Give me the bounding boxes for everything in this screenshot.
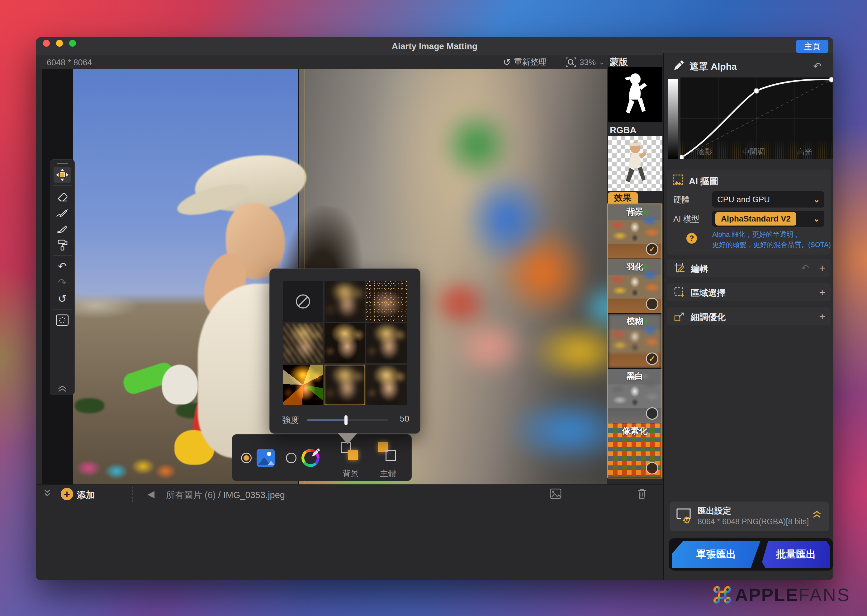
zoom-control[interactable]: 33% ⌄ [565,57,604,68]
brush-tool[interactable] [54,221,71,237]
preset-selected-blur[interactable] [325,365,365,405]
export-settings-title: 匯出設定 [698,505,731,517]
preset-crystallize[interactable] [283,365,323,405]
background-target-label: 背景 [332,468,369,479]
image-background-icon[interactable] [257,449,275,467]
effects-tab[interactable]: 效果 [608,192,638,203]
magnifier-icon [565,57,577,68]
pen-tool[interactable] [54,204,71,221]
ai-matting-card: AI 摳圖 硬體 CPU and GPU ⌄ AI 模型 AlphaStanda… [667,170,831,255]
refine-icon [674,311,685,322]
filmstrip: + 添加 ◀ 所有圖片 (6) / IMG_0353.jpeg + [36,484,663,580]
background-preset-popup: 強度 50 [270,269,421,434]
zoom-level: 33% [580,58,596,67]
preset-original[interactable] [325,323,365,363]
help-icon[interactable]: ? [686,233,697,244]
region-select-icon [674,287,685,298]
effect-pixelate[interactable]: 像素化 [608,423,662,478]
ai-model-label: AI 模型 [673,214,700,225]
effect-blur[interactable]: 模糊 ✓ [608,314,662,369]
mask-column: 蒙版 RGBA [608,55,663,484]
ai-model-select[interactable]: AlphaStandard V2 ⌄ [712,211,824,227]
strength-slider-handle[interactable] [344,415,348,425]
subject-target-button[interactable]: 主體 [369,442,407,476]
refresh-icon: ↺ [503,57,511,68]
reset-curve-icon[interactable]: ↶ [813,60,821,72]
effect-unchecked-badge[interactable] [646,462,658,475]
model-hint-text: Alpha 細化，更好的半透明， 更好的頭髮，更好的混合品質。(SOTA) [712,229,831,250]
preset-none[interactable] [283,281,323,322]
expand-edit-icon[interactable]: + [819,262,825,274]
effect-checked-badge[interactable]: ✓ [646,243,658,255]
effect-background[interactable]: 背景 ✓ [608,204,662,259]
roller-tool[interactable] [54,237,71,253]
strength-slider[interactable] [307,420,388,421]
app-window: Aiarty Image Matting 主頁 6048 * 8064 ↺ 重新… [36,37,833,580]
effect-checked-badge[interactable]: ✓ [646,352,658,365]
eyedropper-icon[interactable] [673,59,685,72]
back-arrow-icon[interactable]: ◀ [147,489,154,499]
effect-unchecked-badge[interactable] [646,407,658,420]
reset-button[interactable]: ↺ [54,291,71,307]
hardware-select[interactable]: CPU and GPU ⌄ [712,191,824,207]
export-buttons: 單張匯出 批量匯出 [668,538,833,570]
refresh-button[interactable]: ↺ 重新整理 [503,57,546,68]
add-image-button[interactable]: + [61,488,73,500]
tool-palette: ↶ ↷ ↺ [50,159,75,395]
collapse-palette-button[interactable] [54,382,71,395]
export-settings-card[interactable]: ⚙ 匯出設定 8064 * 6048 PNG(RGBA)[8 bits] [670,501,829,531]
home-button[interactable]: 主頁 [796,40,828,53]
canvas-toolbar: 6048 * 8064 ↺ 重新整理 33% ⌄ [36,55,663,69]
curve-midtones-label: 中間調 [742,147,765,157]
background-target-button[interactable]: 背景 [332,442,369,476]
palette-drag-handle[interactable] [57,163,68,164]
image-background-radio[interactable] [241,453,252,463]
collapse-export-icon[interactable] [812,509,822,520]
toy-pile [73,452,176,484]
effect-feather[interactable]: 羽化 [608,259,662,314]
rgba-thumbnail[interactable] [608,136,662,191]
effect-unchecked-badge[interactable] [646,298,658,310]
preset-motion-blur[interactable] [283,323,323,363]
mask-thumbnail[interactable] [608,67,662,122]
hardware-label: 硬體 [673,195,689,205]
section-region-select[interactable]: 區域選擇 + [667,283,831,301]
move-tool[interactable] [54,167,71,183]
redo-button[interactable]: ↷ [54,274,71,291]
preset-gaussian-blur[interactable] [325,281,365,322]
preset-light-blur[interactable] [366,365,407,405]
breadcrumb: 所有圖片 (6) / IMG_0353.jpeg [166,489,285,501]
collection-label[interactable]: 所有圖片 (6) [166,490,216,500]
delete-image-icon[interactable] [636,488,648,500]
strength-label: 強度 [282,415,299,426]
alpha-curve-editor[interactable]: 陰影 中間調 高光 [680,77,833,159]
chevron-down-icon: ⌄ [813,195,820,204]
curve-highlights-label: 高光 [797,147,812,157]
chevron-down-icon: ⌄ [599,58,604,66]
color-background-radio[interactable] [286,453,296,463]
popup-arrow [337,433,358,444]
add-image-label[interactable]: 添加 [77,489,95,501]
effects-list: 背景 ✓ 羽化 模糊 ✓ 黑白 像素化 [607,203,662,478]
marquee-tool[interactable] [54,312,71,328]
alpha-gradient-bar [668,79,678,159]
effect-blackwhite[interactable]: 黑白 [608,369,662,423]
right-panel: 遮罩 Alpha ↶ 陰影 中間調 高光 AI 摳圖 硬體 [663,53,833,580]
background-options-bar: 背景 主體 [232,434,412,481]
current-filename: / IMG_0353.jpeg [218,490,285,500]
collapse-filmstrip-icon[interactable] [43,489,52,498]
none-icon [295,293,311,310]
expand-region-icon[interactable]: + [819,286,825,299]
rgba-label: RGBA [610,125,636,135]
section-refine[interactable]: 細調優化 + [667,307,831,325]
eraser-tool[interactable] [54,188,71,204]
undo-button[interactable]: ↶ [54,258,71,274]
section-undo-icon[interactable]: ↶ [801,262,809,273]
batch-export-button[interactable]: 批量匯出 [762,541,830,568]
panel-title: 遮罩 Alpha [689,60,737,73]
section-edit[interactable]: 編輯 ↶ + [667,259,831,277]
preset-dispersion[interactable] [366,281,407,322]
expand-refine-icon[interactable]: + [819,311,825,323]
preset-soft-blur[interactable] [366,323,407,363]
single-export-button[interactable]: 單張匯出 [672,541,760,568]
